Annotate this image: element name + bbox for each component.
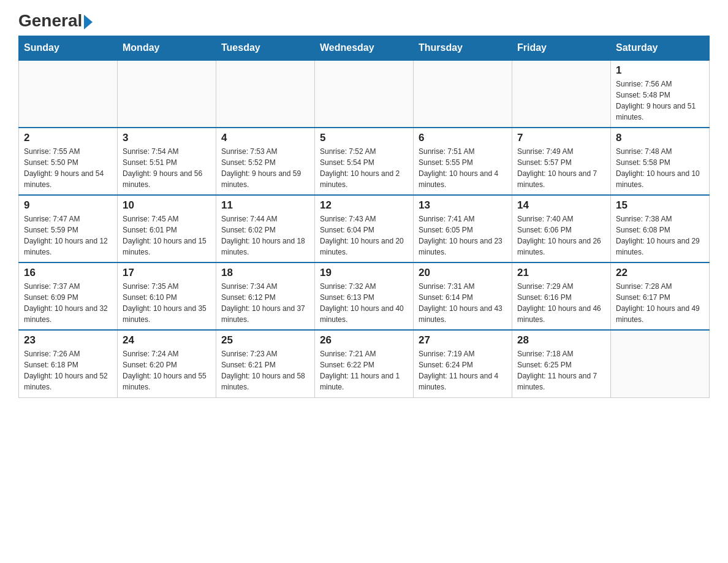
day-info: Sunrise: 7:48 AM Sunset: 5:58 PM Dayligh… [616, 146, 704, 190]
week-row-4: 16Sunrise: 7:37 AM Sunset: 6:09 PM Dayli… [19, 262, 710, 330]
day-number: 7 [517, 132, 605, 144]
day-number: 14 [517, 199, 605, 212]
page-header: General [18, 12, 710, 29]
day-number: 28 [517, 334, 605, 347]
logo-general-text: General [18, 12, 93, 29]
day-number: 6 [419, 132, 507, 144]
calendar-cell: 9Sunrise: 7:47 AM Sunset: 5:59 PM Daylig… [19, 195, 118, 262]
calendar-cell: 24Sunrise: 7:24 AM Sunset: 6:20 PM Dayli… [118, 330, 216, 397]
weekday-header-friday: Friday [512, 36, 611, 61]
day-number: 21 [517, 267, 605, 279]
day-info: Sunrise: 7:23 AM Sunset: 6:21 PM Dayligh… [221, 348, 309, 393]
calendar-cell: 3Sunrise: 7:54 AM Sunset: 5:51 PM Daylig… [118, 128, 216, 195]
calendar-cell [512, 60, 611, 128]
day-number: 24 [123, 334, 211, 347]
day-number: 9 [24, 199, 112, 212]
day-number: 23 [24, 334, 112, 347]
day-info: Sunrise: 7:31 AM Sunset: 6:14 PM Dayligh… [419, 281, 507, 325]
day-number: 15 [616, 199, 704, 212]
day-info: Sunrise: 7:18 AM Sunset: 6:25 PM Dayligh… [517, 348, 605, 393]
week-row-2: 2Sunrise: 7:55 AM Sunset: 5:50 PM Daylig… [19, 128, 710, 195]
calendar-cell: 20Sunrise: 7:31 AM Sunset: 6:14 PM Dayli… [414, 262, 512, 330]
day-info: Sunrise: 7:37 AM Sunset: 6:09 PM Dayligh… [24, 281, 112, 325]
day-number: 26 [320, 334, 408, 347]
day-info: Sunrise: 7:45 AM Sunset: 6:01 PM Dayligh… [123, 213, 211, 258]
day-number: 3 [123, 132, 211, 144]
calendar-cell [611, 330, 710, 397]
calendar-cell: 25Sunrise: 7:23 AM Sunset: 6:21 PM Dayli… [216, 330, 315, 397]
weekday-header-saturday: Saturday [611, 36, 710, 61]
day-info: Sunrise: 7:40 AM Sunset: 6:06 PM Dayligh… [517, 213, 605, 258]
day-info: Sunrise: 7:53 AM Sunset: 5:52 PM Dayligh… [221, 146, 309, 190]
day-number: 27 [419, 334, 507, 347]
calendar-cell: 12Sunrise: 7:43 AM Sunset: 6:04 PM Dayli… [315, 195, 414, 262]
calendar-cell [216, 60, 315, 128]
weekday-header-wednesday: Wednesday [315, 36, 414, 61]
calendar-cell: 28Sunrise: 7:18 AM Sunset: 6:25 PM Dayli… [512, 330, 611, 397]
calendar-table: SundayMondayTuesdayWednesdayThursdayFrid… [18, 36, 710, 398]
calendar-cell [315, 60, 414, 128]
day-info: Sunrise: 7:32 AM Sunset: 6:13 PM Dayligh… [320, 281, 408, 325]
calendar-cell: 2Sunrise: 7:55 AM Sunset: 5:50 PM Daylig… [19, 128, 118, 195]
calendar-cell: 7Sunrise: 7:49 AM Sunset: 5:57 PM Daylig… [512, 128, 611, 195]
calendar-cell: 5Sunrise: 7:52 AM Sunset: 5:54 PM Daylig… [315, 128, 414, 195]
week-row-1: 1Sunrise: 7:56 AM Sunset: 5:48 PM Daylig… [19, 60, 710, 128]
day-info: Sunrise: 7:19 AM Sunset: 6:24 PM Dayligh… [419, 348, 507, 393]
calendar-cell: 22Sunrise: 7:28 AM Sunset: 6:17 PM Dayli… [611, 262, 710, 330]
day-number: 12 [320, 199, 408, 212]
day-info: Sunrise: 7:24 AM Sunset: 6:20 PM Dayligh… [123, 348, 211, 393]
calendar-cell: 19Sunrise: 7:32 AM Sunset: 6:13 PM Dayli… [315, 262, 414, 330]
day-number: 16 [24, 267, 112, 279]
calendar-cell: 4Sunrise: 7:53 AM Sunset: 5:52 PM Daylig… [216, 128, 315, 195]
calendar-cell: 14Sunrise: 7:40 AM Sunset: 6:06 PM Dayli… [512, 195, 611, 262]
calendar-cell: 15Sunrise: 7:38 AM Sunset: 6:08 PM Dayli… [611, 195, 710, 262]
calendar-cell: 16Sunrise: 7:37 AM Sunset: 6:09 PM Dayli… [19, 262, 118, 330]
calendar-cell [118, 60, 216, 128]
calendar-cell: 11Sunrise: 7:44 AM Sunset: 6:02 PM Dayli… [216, 195, 315, 262]
logo: General [18, 12, 93, 29]
day-info: Sunrise: 7:26 AM Sunset: 6:18 PM Dayligh… [24, 348, 112, 393]
weekday-header-thursday: Thursday [414, 36, 512, 61]
day-info: Sunrise: 7:44 AM Sunset: 6:02 PM Dayligh… [221, 213, 309, 258]
day-number: 17 [123, 267, 211, 279]
day-number: 20 [419, 267, 507, 279]
day-info: Sunrise: 7:21 AM Sunset: 6:22 PM Dayligh… [320, 348, 408, 393]
calendar-cell: 27Sunrise: 7:19 AM Sunset: 6:24 PM Dayli… [414, 330, 512, 397]
day-info: Sunrise: 7:47 AM Sunset: 5:59 PM Dayligh… [24, 213, 112, 258]
calendar-cell: 23Sunrise: 7:26 AM Sunset: 6:18 PM Dayli… [19, 330, 118, 397]
day-number: 5 [320, 132, 408, 144]
day-info: Sunrise: 7:55 AM Sunset: 5:50 PM Dayligh… [24, 146, 112, 190]
day-number: 22 [616, 267, 704, 279]
calendar-cell: 17Sunrise: 7:35 AM Sunset: 6:10 PM Dayli… [118, 262, 216, 330]
day-info: Sunrise: 7:34 AM Sunset: 6:12 PM Dayligh… [221, 281, 309, 325]
day-number: 18 [221, 267, 309, 279]
calendar-cell: 6Sunrise: 7:51 AM Sunset: 5:55 PM Daylig… [414, 128, 512, 195]
day-info: Sunrise: 7:41 AM Sunset: 6:05 PM Dayligh… [419, 213, 507, 258]
calendar-cell: 1Sunrise: 7:56 AM Sunset: 5:48 PM Daylig… [611, 60, 710, 128]
day-info: Sunrise: 7:35 AM Sunset: 6:10 PM Dayligh… [123, 281, 211, 325]
day-number: 19 [320, 267, 408, 279]
calendar-cell: 13Sunrise: 7:41 AM Sunset: 6:05 PM Dayli… [414, 195, 512, 262]
day-number: 4 [221, 132, 309, 144]
weekday-header-monday: Monday [118, 36, 216, 61]
day-number: 25 [221, 334, 309, 347]
day-info: Sunrise: 7:43 AM Sunset: 6:04 PM Dayligh… [320, 213, 408, 258]
calendar-cell: 8Sunrise: 7:48 AM Sunset: 5:58 PM Daylig… [611, 128, 710, 195]
day-number: 2 [24, 132, 112, 144]
day-number: 8 [616, 132, 704, 144]
day-info: Sunrise: 7:29 AM Sunset: 6:16 PM Dayligh… [517, 281, 605, 325]
calendar-cell [414, 60, 512, 128]
weekday-header-sunday: Sunday [19, 36, 118, 61]
day-number: 13 [419, 199, 507, 212]
calendar-cell: 21Sunrise: 7:29 AM Sunset: 6:16 PM Dayli… [512, 262, 611, 330]
day-info: Sunrise: 7:56 AM Sunset: 5:48 PM Dayligh… [616, 79, 704, 123]
day-info: Sunrise: 7:28 AM Sunset: 6:17 PM Dayligh… [616, 281, 704, 325]
calendar-cell: 10Sunrise: 7:45 AM Sunset: 6:01 PM Dayli… [118, 195, 216, 262]
week-row-3: 9Sunrise: 7:47 AM Sunset: 5:59 PM Daylig… [19, 195, 710, 262]
calendar-cell: 26Sunrise: 7:21 AM Sunset: 6:22 PM Dayli… [315, 330, 414, 397]
day-number: 1 [616, 64, 704, 77]
calendar-cell: 18Sunrise: 7:34 AM Sunset: 6:12 PM Dayli… [216, 262, 315, 330]
day-info: Sunrise: 7:49 AM Sunset: 5:57 PM Dayligh… [517, 146, 605, 190]
day-number: 10 [123, 199, 211, 212]
day-info: Sunrise: 7:51 AM Sunset: 5:55 PM Dayligh… [419, 146, 507, 190]
